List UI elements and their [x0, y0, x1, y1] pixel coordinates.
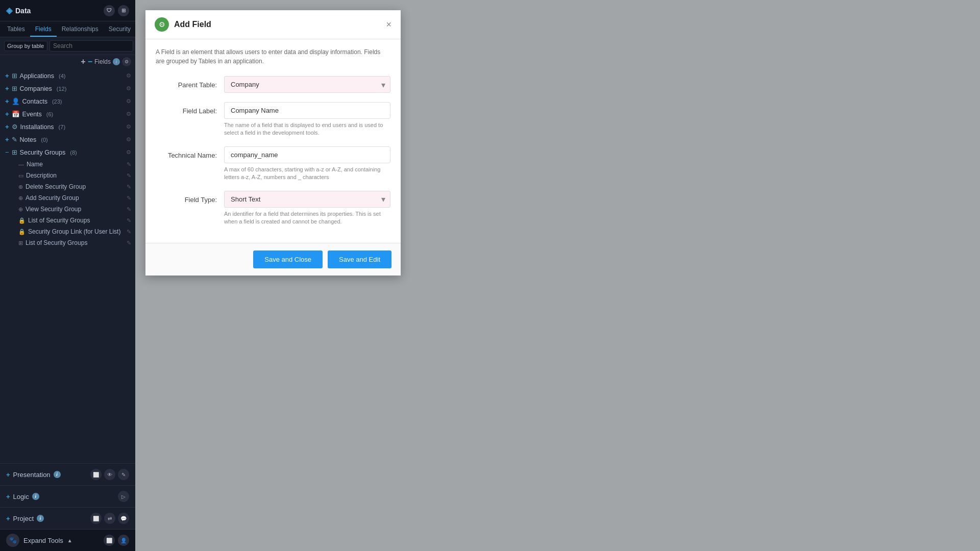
footer-monitor-icon[interactable]: ⬜: [104, 535, 115, 546]
footer-user-icon[interactable]: 👤: [118, 535, 129, 546]
sidebar-footer[interactable]: 🐾 Expand Tools ▲ ⬜ 👤: [0, 530, 135, 551]
tab-fields[interactable]: Fields: [30, 21, 57, 37]
sub-item-list-security-groups-2[interactable]: ⊞ List of Security Groups ✎: [0, 237, 135, 248]
fields-info-icon[interactable]: i: [113, 58, 120, 65]
field-type-select[interactable]: Short Text: [224, 191, 390, 208]
cog-security-groups[interactable]: ⚙: [126, 149, 131, 156]
save-and-close-button[interactable]: Save and Close: [253, 251, 323, 268]
presentation-section[interactable]: + Presentation i ⬜ 👁 ✎: [0, 464, 135, 486]
edit-icon-notes: ✎: [12, 136, 17, 143]
calendar-icon-events: 📅: [12, 110, 20, 118]
monitor2-icon[interactable]: ⬜: [90, 513, 102, 524]
link-icon-delete: ⊕: [18, 184, 23, 190]
edit-icon[interactable]: ✎: [118, 469, 129, 480]
shield-icon[interactable]: 🛡: [104, 5, 115, 16]
save-and-edit-button[interactable]: Save and Edit: [328, 251, 391, 268]
tree-count-installations: (7): [59, 124, 65, 130]
group-by-select[interactable]: Group by table: [4, 41, 47, 51]
sub-item-name[interactable]: — Name ✎: [0, 159, 135, 170]
logic-label: Logic: [13, 493, 29, 500]
sub-label-view-security-group: View Security Group: [26, 206, 81, 213]
sidebar-toolbar: Group by table: [0, 37, 135, 55]
parent-table-select[interactable]: Company: [224, 76, 390, 93]
play-icon[interactable]: ▷: [118, 491, 129, 502]
modal-footer: Save and Close Save and Edit: [145, 243, 401, 276]
sub-label-description: Description: [26, 172, 57, 179]
sub-item-security-group-link[interactable]: 🔒 Security Group Link (for User List) ✎: [0, 226, 135, 237]
cog-events[interactable]: ⚙: [126, 111, 131, 117]
tree-item-security-groups[interactable]: − ⊞ Security Groups (8) ⚙: [0, 146, 135, 159]
tree-count-contacts: (23): [52, 98, 62, 105]
tree-item-applications[interactable]: + ⊞ Applications (4) ⚙: [0, 69, 135, 82]
sub-item-list-security-groups[interactable]: 🔒 List of Security Groups ✎: [0, 215, 135, 226]
project-label: Project: [13, 515, 34, 522]
add-field-btn[interactable]: +: [81, 57, 85, 66]
grid-icon-security-groups: ⊞: [12, 148, 17, 156]
edit-security-group-link[interactable]: ✎: [127, 229, 131, 235]
tree-item-installations[interactable]: + ⚙ Installations (7) ⚙: [0, 120, 135, 133]
monitor-icon[interactable]: ⬜: [90, 469, 102, 480]
person-icon-contacts: 👤: [12, 97, 20, 105]
plus-icon-installations: +: [5, 123, 9, 131]
tab-tables[interactable]: Tables: [2, 21, 30, 37]
chevron-up-icon: ▲: [67, 538, 72, 543]
form-row-field-label: Field Label: The name of a field that is…: [156, 102, 390, 137]
field-label-label: Field Label:: [156, 102, 217, 115]
sub-item-delete-security-group[interactable]: ⊕ Delete Security Group ✎: [0, 181, 135, 192]
tree-item-contacts[interactable]: + 👤 Contacts (23) ⚙: [0, 95, 135, 108]
text-icon-name: —: [18, 161, 24, 167]
project-section[interactable]: + Project i ⬜ ⇄ 💬: [0, 508, 135, 530]
sidebar: ◈ Data 🛡 ⊞ Tables Fields Relationships S…: [0, 0, 135, 551]
field-label-input[interactable]: [224, 102, 390, 119]
cog-notes[interactable]: ⚙: [126, 136, 131, 143]
cog-companies[interactable]: ⚙: [126, 85, 131, 92]
logic-info-icon[interactable]: i: [32, 493, 39, 500]
cog-installations[interactable]: ⚙: [126, 123, 131, 130]
edit-name[interactable]: ✎: [127, 161, 131, 168]
tree-section: + ⊞ Applications (4) ⚙ + ⊞ Companies (12…: [0, 68, 135, 463]
tab-security[interactable]: Security: [104, 21, 136, 37]
tab-relationships[interactable]: Relationships: [57, 21, 104, 37]
footer-person-icon: 🐾: [6, 534, 19, 547]
technical-name-input[interactable]: [224, 146, 390, 163]
tree-item-notes[interactable]: + ✎ Notes (0) ⚙: [0, 133, 135, 146]
logic-section[interactable]: + Logic i ▷: [0, 486, 135, 508]
sub-item-description[interactable]: ▭ Description ✎: [0, 170, 135, 181]
sub-label-list-security-groups-2: List of Security Groups: [26, 239, 87, 246]
db-icon[interactable]: ⊞: [118, 5, 129, 16]
sub-item-view-security-group[interactable]: ⊕ View Security Group ✎: [0, 204, 135, 215]
form-row-technical-name: Technical Name: A max of 60 characters, …: [156, 146, 390, 182]
remove-field-btn[interactable]: −: [88, 57, 92, 66]
bottom-sections: + Presentation i ⬜ 👁 ✎ + Logic i ▷ + Pro…: [0, 463, 135, 530]
cog-contacts[interactable]: ⚙: [126, 98, 131, 105]
modal-close-button[interactable]: ×: [386, 20, 391, 29]
presentation-info-icon[interactable]: i: [54, 471, 61, 478]
edit-list-security-groups-2[interactable]: ✎: [127, 240, 131, 246]
sub-item-add-security-group[interactable]: ⊕ Add Security Group ✎: [0, 192, 135, 204]
tree-label-companies: Companies: [20, 85, 52, 92]
edit-view-security-group[interactable]: ✎: [127, 206, 131, 213]
grid-icon-applications: ⊞: [12, 72, 17, 80]
lock-icon-list: 🔒: [18, 217, 26, 224]
fields-settings-icon[interactable]: ⚙: [122, 57, 131, 66]
sidebar-title: Data: [15, 7, 31, 15]
tree-item-companies[interactable]: + ⊞ Companies (12) ⚙: [0, 82, 135, 95]
eye-icon[interactable]: 👁: [104, 469, 115, 480]
edit-description[interactable]: ✎: [127, 172, 131, 179]
sidebar-header-icons: 🛡 ⊞: [104, 5, 129, 16]
tree-item-events[interactable]: + 📅 Events (6) ⚙: [0, 108, 135, 120]
cog-applications[interactable]: ⚙: [126, 72, 131, 79]
switch-icon[interactable]: ⇄: [104, 513, 115, 524]
project-info-icon[interactable]: i: [37, 515, 44, 522]
data-icon: ◈: [6, 6, 12, 15]
edit-list-security-groups[interactable]: ✎: [127, 217, 131, 224]
chat-icon[interactable]: 💬: [118, 513, 129, 524]
modal-overlay: ⚙ Add Field × A Field is an element that…: [135, 0, 980, 551]
plus-icon-events: +: [5, 110, 9, 118]
form-row-field-type: Field Type: Short Text An identifier for…: [156, 191, 390, 226]
search-input[interactable]: [50, 40, 133, 52]
tree-count-applications: (4): [59, 73, 65, 79]
edit-delete-security-group[interactable]: ✎: [127, 184, 131, 190]
edit-add-security-group[interactable]: ✎: [127, 195, 131, 202]
sub-label-security-group-link: Security Group Link (for User List): [28, 228, 120, 235]
